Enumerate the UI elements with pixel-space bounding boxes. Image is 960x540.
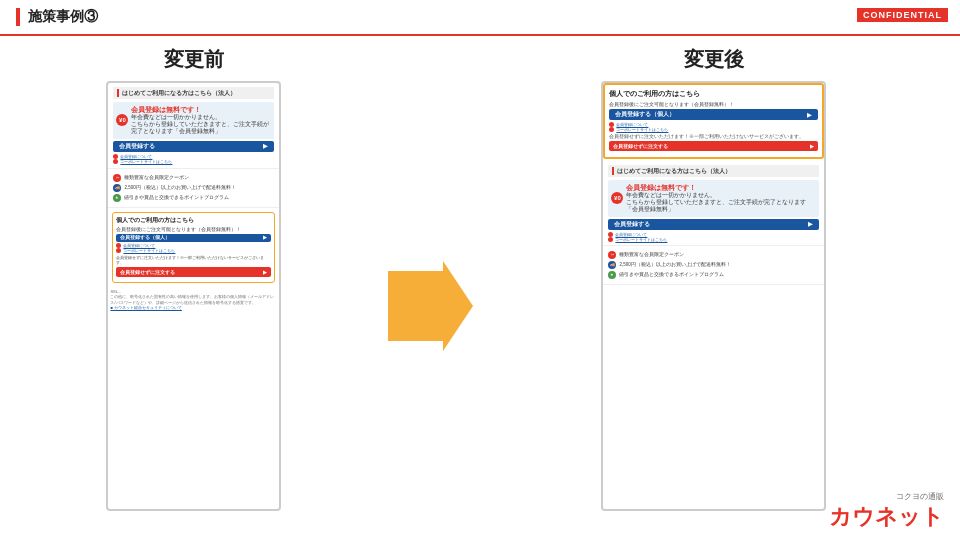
feature-text-2: 2,500円（税込）以上のお買い上げで配送料無料！: [124, 185, 235, 191]
before-corp-link[interactable]: コーポレートサイトはこちら: [113, 159, 274, 164]
after-features-section: ✂ 種類豊富な会員限定クーポン 🚚 2,500円（税込）以上のお買い上げで配送料…: [603, 246, 824, 285]
page-header: 施策事例③ CONFIDENTIAL: [0, 0, 960, 36]
header-bar: [117, 89, 119, 97]
yen-icon: ¥0: [116, 114, 128, 126]
after-feature-icon-2: 🚚: [608, 261, 616, 269]
after-feature-icon-3: ★: [608, 271, 616, 279]
after-hojin-header: はじめてご利用になる方はこちら（法人）: [608, 165, 819, 177]
after-feature-text-3: 値引きや賞品と交換できるポイントプログラム: [619, 272, 724, 278]
feature-row-1: ✂ 種類豊富な会員限定クーポン: [113, 174, 274, 182]
before-reg-btn[interactable]: 会員登録する ▶: [113, 141, 274, 152]
after-feature-row-1: ✂ 種類豊富な会員限定クーポン: [608, 251, 819, 259]
after-member-reg-box: ¥0 会員登録は無料です！ 年会費などは一切かかりません。 こちらから登録してい…: [608, 180, 819, 217]
after-link-icon2: [608, 237, 613, 242]
before-kojin-btn2[interactable]: 会員登録せずに注文する ▶: [116, 267, 271, 277]
kokuyo-label: コクヨの通販: [829, 491, 944, 502]
after-feature-icon-1: ✂: [608, 251, 616, 259]
header-accent: [16, 8, 20, 26]
after-kojin-desc: 会員登録後にご注文可能となります（会員登録無料）！: [609, 101, 818, 107]
before-kojin-link2[interactable]: コーポレートサイトはこちら: [116, 248, 271, 253]
after-phone-mockup: 個人でのご利用の方はこちら 会員登録後にご注文可能となります（会員登録無料）！ …: [601, 81, 826, 511]
before-phone-mockup: はじめてご利用になる方はこちら（法人） ¥0 会員登録は無料です！ 年会費などは…: [106, 81, 281, 511]
feature-icon-2: 🚚: [113, 184, 121, 192]
confidential-badge: CONFIDENTIAL: [857, 8, 948, 22]
before-kojin-btn[interactable]: 会員登録する（個人） ▶: [116, 234, 271, 242]
after-title: 変更後: [684, 46, 744, 73]
kojin-link-icon2: [116, 248, 121, 253]
after-kojin-note: 会員登録せずに注文いただけます！※一部ご利用いただけないサービスがございます。: [609, 134, 818, 139]
kaunet-logo: コクヨの通販 カウネット: [829, 491, 944, 532]
after-reg-text: 会員登録は無料です！ 年会費などは一切かかりません。 こちらから登録していただき…: [626, 183, 816, 214]
before-features-section: ✂ 種類豊富な会員限定クーポン 🚚 2,500円（税込）以上のお買い上げで配送料…: [108, 169, 279, 208]
main-content: 変更前 はじめてご利用になる方はこちら（法人） ¥0 会員登録は無料です！ 年会…: [0, 36, 960, 536]
before-kojin-desc: 会員登録後にご注文可能となります（会員登録無料）！: [116, 227, 271, 232]
feature-icon-1: ✂: [113, 174, 121, 182]
after-kojin-link-icon2: [609, 127, 614, 132]
after-feature-row-2: 🚚 2,500円（税込）以上のお買い上げで配送料無料！: [608, 261, 819, 269]
after-kojin-btn2[interactable]: 会員登録せずに注文する ▶: [609, 141, 818, 151]
after-section: 変更後 個人でのご利用の方はこちら 会員登録後にご注文可能となります（会員登録無…: [488, 46, 940, 526]
after-kojin-top-box: 個人でのご利用の方はこちら 会員登録後にご注文可能となります（会員登録無料）！ …: [603, 83, 824, 159]
page-title: 施策事例③: [28, 8, 98, 26]
after-kojin-btn[interactable]: 会員登録する（個人） ▶: [609, 109, 818, 120]
feature-icon-3: ★: [113, 194, 121, 202]
feature-row-3: ★ 値引きや賞品と交換できるポイントプログラム: [113, 194, 274, 202]
before-member-reg-box: ¥0 会員登録は無料です！ 年会費などは一切かかりません。 こちらから登録してい…: [113, 102, 274, 139]
transition-arrow: [368, 46, 488, 526]
feature-text-3: 値引きや賞品と交換できるポイントプログラム: [124, 195, 229, 201]
before-reg-text: 会員登録は無料です！ 年会費などは一切かかりません。 こちらから登録していただき…: [131, 105, 271, 136]
after-hojin-section: はじめてご利用になる方はこちら（法人） ¥0 会員登録は無料です！ 年会費などは…: [603, 162, 824, 246]
after-yen-icon: ¥0: [611, 192, 623, 204]
kaunet-label: カウネット: [829, 502, 944, 532]
before-ssl-text: SSL... この他に、暗号化された固有性の高い情報を使用します。お客様の個人情…: [108, 287, 279, 313]
before-kojin-box: 個人でのご利用の方はこちら 会員登録後にご注文可能となります（会員登録無料）！ …: [112, 212, 275, 283]
before-kojin-wrapper: 個人でのご利用の方はこちら 会員登録後にご注文可能となります（会員登録無料）！ …: [108, 208, 279, 287]
before-hojin-section: はじめてご利用になる方はこちら（法人） ¥0 会員登録は無料です！ 年会費などは…: [108, 83, 279, 169]
feature-row-2: 🚚 2,500円（税込）以上のお買い上げで配送料無料！: [113, 184, 274, 192]
svg-marker-0: [388, 261, 473, 351]
feature-text-1: 種類豊富な会員限定クーポン: [124, 175, 189, 181]
after-corp-link[interactable]: コーポレートサイトはこちら: [608, 237, 819, 242]
after-feature-text-2: 2,500円（税込）以上のお買い上げで配送料無料！: [619, 262, 730, 268]
before-section: 変更前 はじめてご利用になる方はこちら（法人） ¥0 会員登録は無料です！ 年会…: [20, 46, 368, 526]
before-kojin-note: 会員登録せずに注文いただけます！※一部ご利用いただけないサービスがございます。: [116, 255, 271, 265]
link-icon2: [113, 159, 118, 164]
after-kojin-link2[interactable]: コーポレートサイトはこちら: [609, 127, 818, 132]
after-feature-row-3: ★ 値引きや賞品と交換できるポイントプログラム: [608, 271, 819, 279]
before-hojin-header: はじめてご利用になる方はこちら（法人）: [113, 87, 274, 99]
after-feature-text-1: 種類豊富な会員限定クーポン: [619, 252, 684, 258]
before-title: 変更前: [164, 46, 224, 73]
after-header-bar: [612, 167, 614, 175]
after-reg-btn[interactable]: 会員登録する ▶: [608, 219, 819, 230]
